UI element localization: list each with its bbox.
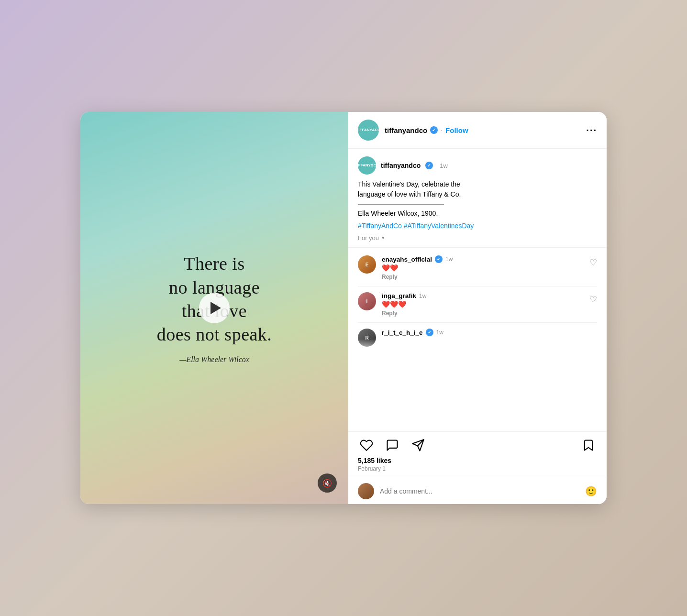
comment-verified bbox=[426, 329, 433, 336]
comment-like-button[interactable]: ♡ bbox=[589, 294, 597, 305]
action-bar: 5,185 likes February 1 bbox=[348, 431, 607, 478]
caption-section: TIFFANY&CO tiffanyandco 1w This Valentin… bbox=[348, 149, 607, 248]
bookmark-icon bbox=[582, 439, 595, 452]
comment-item: I inga_grafik 1w ❤️❤️❤️ Reply ♡ bbox=[348, 286, 607, 322]
save-button[interactable] bbox=[580, 437, 597, 454]
header-info: tiffanyandco · Follow bbox=[385, 126, 586, 134]
username-row: tiffanyandco · Follow bbox=[385, 126, 586, 134]
comment-username[interactable]: enayahs_official bbox=[382, 256, 432, 263]
comment-input[interactable] bbox=[380, 487, 579, 495]
video-panel: There is no language that love does not … bbox=[80, 112, 348, 504]
share-icon bbox=[411, 439, 425, 452]
quote-attribution: —Ella Wheeler Wilcox bbox=[157, 355, 272, 364]
comment-user-row: inga_grafik 1w bbox=[382, 292, 597, 299]
caption-text: This Valentine's Day, celebrate the lang… bbox=[358, 179, 597, 199]
mute-button[interactable]: 🔇 bbox=[318, 473, 337, 493]
comment-like-button[interactable]: ♡ bbox=[589, 257, 597, 268]
comment-user-row: r_i_t_c_h_i_e 1w bbox=[382, 329, 597, 336]
follow-button[interactable]: Follow bbox=[445, 126, 468, 134]
comment-icon bbox=[386, 439, 399, 452]
info-panel: TIFFANY&CO tiffanyandco · Follow ··· TIF… bbox=[348, 112, 607, 504]
heart-icon: ♡ bbox=[589, 258, 597, 267]
like-icon bbox=[360, 439, 373, 452]
likes-count: 5,185 likes bbox=[358, 457, 597, 464]
post-container: There is no language that love does not … bbox=[80, 112, 607, 504]
comment-item: E enayahs_official 1w ❤️❤️ Reply ♡ bbox=[348, 250, 607, 286]
caption-verified bbox=[425, 162, 433, 169]
heart-icon: ♡ bbox=[589, 295, 597, 304]
mute-icon: 🔇 bbox=[322, 479, 332, 488]
emoji-button[interactable]: 🙂 bbox=[585, 485, 597, 497]
comment-body: r_i_t_c_h_i_e 1w bbox=[382, 329, 597, 336]
verified-badge bbox=[430, 126, 438, 134]
comment-time: 1w bbox=[436, 329, 443, 336]
comments-section: E enayahs_official 1w ❤️❤️ Reply ♡ bbox=[348, 248, 607, 353]
chevron-down-icon: ▾ bbox=[382, 235, 385, 241]
comment-username[interactable]: inga_grafik bbox=[382, 292, 416, 299]
comment-reply[interactable]: Reply bbox=[382, 310, 597, 317]
caption-avatar[interactable]: TIFFANY&CO bbox=[358, 156, 376, 175]
header-username[interactable]: tiffanyandco bbox=[385, 126, 427, 134]
dot-separator: · bbox=[441, 126, 443, 134]
add-comment-row: 🙂 bbox=[348, 478, 607, 504]
emoji-icon: 🙂 bbox=[585, 486, 597, 496]
comment-user-row: enayahs_official 1w bbox=[382, 255, 597, 263]
like-button[interactable] bbox=[358, 437, 375, 454]
caption-hashtags[interactable]: #TiffanyAndCo #ATiffanyValentinesDay bbox=[358, 222, 597, 230]
post-date: February 1 bbox=[358, 465, 597, 472]
action-buttons bbox=[358, 437, 597, 454]
current-user-avatar bbox=[358, 483, 374, 499]
comment-text: ❤️❤️❤️ bbox=[382, 300, 597, 308]
comment-body: inga_grafik 1w ❤️❤️❤️ Reply bbox=[382, 292, 597, 317]
comment-reply[interactable]: Reply bbox=[382, 274, 597, 280]
caption-area: TIFFANY&CO tiffanyandco 1w This Valentin… bbox=[348, 149, 607, 431]
comment-item: R r_i_t_c_h_i_e 1w bbox=[348, 323, 607, 352]
comment-time: 1w bbox=[419, 293, 426, 299]
comment-text: ❤️❤️ bbox=[382, 264, 597, 272]
comment-button[interactable] bbox=[384, 437, 401, 454]
comment-avatar-enayahs[interactable]: E bbox=[358, 255, 376, 274]
more-options-button[interactable]: ··· bbox=[586, 125, 597, 136]
share-button[interactable] bbox=[410, 437, 427, 454]
caption-user-row: TIFFANY&CO tiffanyandco 1w bbox=[358, 156, 597, 175]
caption-username[interactable]: tiffanyandco bbox=[381, 162, 421, 169]
header-avatar[interactable]: TIFFANY&CO bbox=[358, 120, 379, 141]
comment-verified bbox=[435, 255, 443, 263]
header-avatar-label: TIFFANY&CO bbox=[358, 128, 379, 132]
caption-time: 1w bbox=[440, 162, 448, 169]
comment-avatar-inga[interactable]: I bbox=[358, 292, 376, 310]
comment-avatar-ritchie[interactable]: R bbox=[358, 329, 376, 347]
comment-username[interactable]: r_i_t_c_h_i_e bbox=[382, 329, 423, 336]
caption-divider bbox=[358, 204, 444, 205]
caption-author: Ella Wheeler Wilcox, 1900. bbox=[358, 209, 597, 217]
comment-body: enayahs_official 1w ❤️❤️ Reply bbox=[382, 255, 597, 280]
post-header: TIFFANY&CO tiffanyandco · Follow ··· bbox=[348, 112, 607, 149]
caption-avatar-label: TIFFANY&CO bbox=[358, 164, 376, 168]
comment-time: 1w bbox=[445, 256, 453, 263]
action-left bbox=[358, 437, 427, 454]
for-you-label: For you bbox=[358, 234, 379, 242]
play-button[interactable] bbox=[199, 293, 230, 323]
for-you-row[interactable]: For you ▾ bbox=[358, 234, 597, 242]
